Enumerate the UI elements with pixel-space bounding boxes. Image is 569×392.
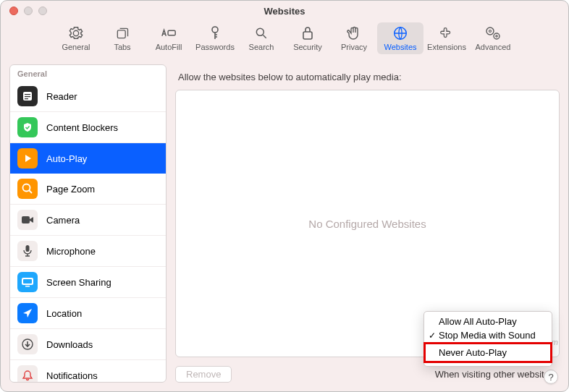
gear-icon <box>68 25 84 41</box>
svg-rect-12 <box>25 96 30 97</box>
sidebar-item-notifications[interactable]: Notifications <box>10 360 166 383</box>
toolbar-advanced[interactable]: Advanced <box>470 22 516 54</box>
zoom-icon <box>17 179 38 199</box>
sidebar: General Reader Content Blockers Auto-Pla… <box>9 64 167 383</box>
autofill-icon <box>161 25 177 41</box>
sidebar-item-label: Notifications <box>46 370 98 381</box>
svg-rect-0 <box>117 30 125 38</box>
preferences-window: Websites General Tabs AutoFill Password <box>0 0 569 392</box>
help-label: ? <box>548 372 553 383</box>
remove-button[interactable]: Remove <box>175 366 232 383</box>
svg-rect-13 <box>25 98 28 99</box>
hand-icon <box>347 25 361 41</box>
toolbar-tabs[interactable]: Tabs <box>99 22 146 54</box>
sidebar-section-header: General <box>10 65 166 81</box>
toolbar-label: Search <box>249 43 274 51</box>
toolbar-label: Advanced <box>476 43 511 51</box>
sidebar-item-label: Auto-Play <box>46 153 87 164</box>
menu-item-label: Allow All Auto-Play <box>439 316 517 327</box>
globe-icon <box>392 25 408 41</box>
sidebar-item-label: Content Blockers <box>46 122 118 133</box>
play-icon <box>17 148 38 169</box>
sidebar-item-label: Downloads <box>46 339 93 350</box>
location-icon <box>17 303 38 323</box>
svg-rect-16 <box>26 245 30 252</box>
bottom-row: Remove When visiting other websites: <box>175 366 560 383</box>
sidebar-item-label: Screen Sharing <box>46 277 111 288</box>
empty-list-text: No Configured Websites <box>308 218 426 230</box>
toolbar-search[interactable]: Search <box>238 22 284 54</box>
toolbar-label: General <box>62 43 90 51</box>
svg-point-9 <box>496 35 497 37</box>
lock-icon <box>301 25 314 41</box>
toolbar-label: AutoFill <box>156 43 182 51</box>
sidebar-item-reader[interactable]: Reader <box>10 81 166 112</box>
microphone-icon <box>17 241 38 261</box>
sidebar-item-screen-sharing[interactable]: Screen Sharing <box>10 267 166 298</box>
search-icon <box>254 25 269 41</box>
sidebar-item-label: Location <box>46 308 82 319</box>
toolbar-label: Privacy <box>341 43 367 51</box>
window-title: Websites <box>1 6 568 17</box>
titlebar: Websites <box>1 1 568 21</box>
svg-point-7 <box>489 30 492 33</box>
tabs-icon <box>115 25 130 41</box>
svg-rect-18 <box>23 279 32 284</box>
menu-item-never[interactable]: Never Auto-Play <box>423 342 552 363</box>
sidebar-item-content-blockers[interactable]: Content Blockers <box>10 112 166 143</box>
svg-point-2 <box>212 27 218 33</box>
svg-rect-15 <box>22 216 30 223</box>
toolbar-label: Websites <box>384 43 416 51</box>
shield-check-icon <box>17 117 38 137</box>
svg-rect-11 <box>25 94 30 95</box>
toolbar-label: Passwords <box>195 43 235 51</box>
reader-icon <box>17 86 38 106</box>
svg-point-6 <box>486 27 494 35</box>
key-icon <box>208 25 222 41</box>
other-websites-label: When visiting other websites: <box>435 369 557 380</box>
download-icon <box>17 334 38 354</box>
sidebar-item-auto-play[interactable]: Auto-Play <box>10 143 166 174</box>
menu-item-allow-all[interactable]: Allow All Auto-Play <box>424 315 552 328</box>
svg-rect-1 <box>168 30 175 35</box>
toolbar-passwords[interactable]: Passwords <box>192 22 238 54</box>
toolbar-autofill[interactable]: AutoFill <box>146 22 192 54</box>
toolbar-security[interactable]: Security <box>284 22 331 54</box>
sidebar-item-microphone[interactable]: Microphone <box>10 236 166 267</box>
menu-item-stop-sound[interactable]: ✓ Stop Media with Sound <box>424 328 552 342</box>
allow-media-label: Allow the websites below to automaticall… <box>175 64 560 90</box>
checkmark-icon: ✓ <box>429 331 439 341</box>
toolbar-websites[interactable]: Websites <box>377 22 423 54</box>
svg-rect-19 <box>25 286 30 287</box>
gears-icon <box>484 25 502 41</box>
svg-rect-4 <box>303 32 312 39</box>
sidebar-item-label: Microphone <box>46 246 96 257</box>
sidebar-item-page-zoom[interactable]: Page Zoom <box>10 174 166 205</box>
autoplay-policy-menu[interactable]: Allow All Auto-Play ✓ Stop Media with So… <box>423 311 552 367</box>
sidebar-item-camera[interactable]: Camera <box>10 205 166 236</box>
help-button[interactable]: ? <box>544 370 558 384</box>
toolbar-label: Security <box>293 43 322 51</box>
toolbar-label: Extensions <box>427 43 466 51</box>
puzzle-icon <box>439 25 455 41</box>
sidebar-item-label: Reader <box>46 91 77 102</box>
bell-icon <box>17 365 38 383</box>
sidebar-item-label: Page Zoom <box>46 184 95 195</box>
toolbar-extensions[interactable]: Extensions <box>423 22 470 54</box>
toolbar-general[interactable]: General <box>53 22 99 54</box>
sidebar-item-downloads[interactable]: Downloads <box>10 329 166 360</box>
sidebar-item-label: Camera <box>46 215 80 226</box>
sidebar-item-location[interactable]: Location <box>10 298 166 329</box>
menu-item-label: Stop Media with Sound <box>439 330 536 341</box>
toolbar-label: Tabs <box>114 43 130 51</box>
prefs-toolbar: General Tabs AutoFill Passwords Search <box>1 21 568 59</box>
svg-point-3 <box>256 28 264 35</box>
svg-point-8 <box>494 33 500 39</box>
camera-icon <box>17 210 38 230</box>
screen-sharing-icon <box>17 272 38 292</box>
main-panel: Allow the websites below to automaticall… <box>175 64 560 383</box>
content-area: General Reader Content Blockers Auto-Pla… <box>1 59 568 391</box>
toolbar-privacy[interactable]: Privacy <box>331 22 377 54</box>
menu-item-label: Never Auto-Play <box>439 347 507 358</box>
